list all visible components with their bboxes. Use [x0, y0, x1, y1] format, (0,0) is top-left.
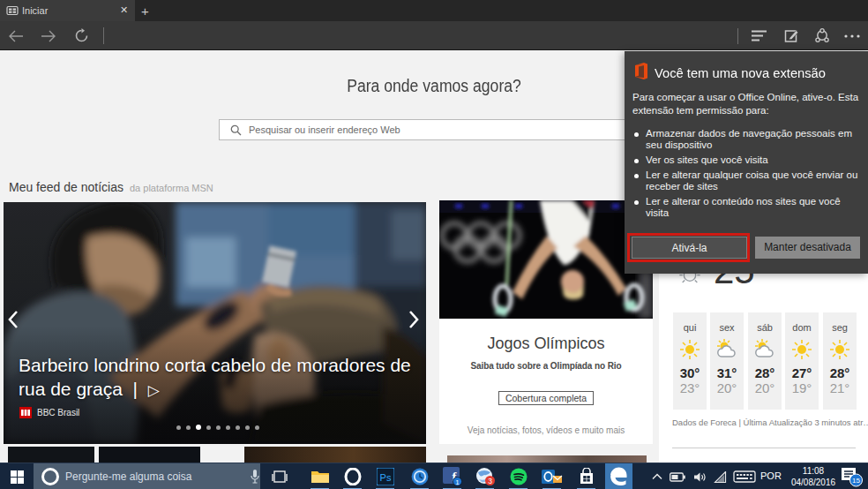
svg-text:15: 15 — [852, 477, 860, 485]
svg-text:1: 1 — [455, 478, 460, 486]
svg-text:3: 3 — [488, 477, 492, 485]
svg-text:Ps: Ps — [380, 472, 392, 483]
